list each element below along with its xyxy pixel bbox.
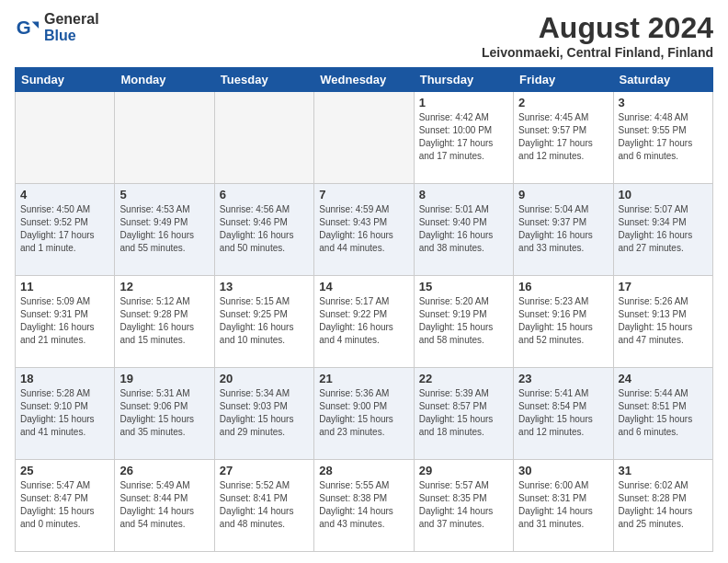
day-info: Sunrise: 4:42 AM Sunset: 10:00 PM Daylig…: [419, 111, 508, 163]
day-info: Sunrise: 5:47 AM Sunset: 8:47 PM Dayligh…: [20, 479, 109, 531]
subtitle: Leivonmaeki, Central Finland, Finland: [482, 45, 713, 60]
day-number: 2: [518, 96, 608, 109]
day-info: Sunrise: 5:15 AM Sunset: 9:25 PM Dayligh…: [220, 295, 309, 347]
calendar-cell: 30Sunrise: 6:00 AM Sunset: 8:31 PM Dayli…: [514, 460, 613, 552]
day-info: Sunrise: 5:20 AM Sunset: 9:19 PM Dayligh…: [419, 295, 508, 347]
day-info: Sunrise: 5:07 AM Sunset: 9:34 PM Dayligh…: [619, 203, 708, 255]
day-info: Sunrise: 5:36 AM Sunset: 9:00 PM Dayligh…: [319, 387, 408, 439]
calendar-table: Sunday Monday Tuesday Wednesday Thursday…: [15, 67, 713, 552]
col-tuesday: Tuesday: [214, 68, 313, 92]
logo: G General Blue: [15, 11, 99, 43]
day-info: Sunrise: 6:00 AM Sunset: 8:31 PM Dayligh…: [518, 479, 608, 531]
day-number: 26: [119, 464, 209, 477]
logo-general-text: General: [44, 11, 99, 28]
day-number: 18: [20, 372, 109, 385]
day-info: Sunrise: 5:34 AM Sunset: 9:03 PM Dayligh…: [220, 387, 309, 439]
calendar-cell: 19Sunrise: 5:31 AM Sunset: 9:06 PM Dayli…: [115, 368, 214, 460]
calendar-header-row: Sunday Monday Tuesday Wednesday Thursday…: [16, 68, 713, 92]
logo-blue-text: Blue: [44, 28, 99, 44]
day-number: 23: [518, 372, 608, 385]
day-info: Sunrise: 4:45 AM Sunset: 9:57 PM Dayligh…: [518, 111, 608, 163]
day-number: 31: [619, 464, 708, 477]
calendar-cell: 26Sunrise: 5:49 AM Sunset: 8:44 PM Dayli…: [115, 460, 214, 552]
day-info: Sunrise: 5:55 AM Sunset: 8:38 PM Dayligh…: [319, 479, 408, 531]
day-number: 19: [119, 372, 209, 385]
day-info: Sunrise: 5:23 AM Sunset: 9:16 PM Dayligh…: [518, 295, 608, 347]
calendar-row: 25Sunrise: 5:47 AM Sunset: 8:47 PM Dayli…: [16, 460, 713, 552]
day-number: 16: [518, 280, 608, 293]
day-number: 5: [119, 188, 209, 201]
calendar-cell: 15Sunrise: 5:20 AM Sunset: 9:19 PM Dayli…: [414, 276, 513, 368]
day-info: Sunrise: 4:48 AM Sunset: 9:55 PM Dayligh…: [619, 111, 708, 163]
day-info: Sunrise: 4:56 AM Sunset: 9:46 PM Dayligh…: [220, 203, 309, 255]
calendar-cell: 25Sunrise: 5:47 AM Sunset: 8:47 PM Dayli…: [16, 460, 115, 552]
calendar-cell: 9Sunrise: 5:04 AM Sunset: 9:37 PM Daylig…: [514, 184, 613, 276]
day-info: Sunrise: 5:28 AM Sunset: 9:10 PM Dayligh…: [20, 387, 109, 439]
logo-icon: G: [15, 15, 40, 40]
calendar-cell: 31Sunrise: 6:02 AM Sunset: 8:28 PM Dayli…: [613, 460, 712, 552]
day-info: Sunrise: 5:52 AM Sunset: 8:41 PM Dayligh…: [220, 479, 309, 531]
calendar-cell: 27Sunrise: 5:52 AM Sunset: 8:41 PM Dayli…: [214, 460, 313, 552]
calendar-cell: [16, 92, 115, 184]
day-number: 13: [220, 280, 309, 293]
day-info: Sunrise: 5:04 AM Sunset: 9:37 PM Dayligh…: [518, 203, 608, 255]
calendar-cell: 13Sunrise: 5:15 AM Sunset: 9:25 PM Dayli…: [214, 276, 313, 368]
day-info: Sunrise: 6:02 AM Sunset: 8:28 PM Dayligh…: [619, 479, 708, 531]
calendar-cell: 21Sunrise: 5:36 AM Sunset: 9:00 PM Dayli…: [314, 368, 414, 460]
day-number: 24: [619, 372, 708, 385]
day-number: 7: [319, 188, 408, 201]
calendar-cell: 3Sunrise: 4:48 AM Sunset: 9:55 PM Daylig…: [613, 92, 712, 184]
calendar-cell: 24Sunrise: 5:44 AM Sunset: 8:51 PM Dayli…: [613, 368, 712, 460]
calendar-cell: [115, 92, 214, 184]
day-info: Sunrise: 5:57 AM Sunset: 8:35 PM Dayligh…: [419, 479, 508, 531]
calendar-cell: 14Sunrise: 5:17 AM Sunset: 9:22 PM Dayli…: [314, 276, 414, 368]
calendar-row: 18Sunrise: 5:28 AM Sunset: 9:10 PM Dayli…: [16, 368, 713, 460]
calendar-cell: 17Sunrise: 5:26 AM Sunset: 9:13 PM Dayli…: [613, 276, 712, 368]
day-info: Sunrise: 4:53 AM Sunset: 9:49 PM Dayligh…: [119, 203, 209, 255]
calendar-cell: 28Sunrise: 5:55 AM Sunset: 8:38 PM Dayli…: [314, 460, 414, 552]
day-number: 30: [518, 464, 608, 477]
day-number: 6: [220, 188, 309, 201]
day-number: 20: [220, 372, 309, 385]
day-info: Sunrise: 5:39 AM Sunset: 8:57 PM Dayligh…: [419, 387, 508, 439]
day-number: 25: [20, 464, 109, 477]
day-info: Sunrise: 4:59 AM Sunset: 9:43 PM Dayligh…: [319, 203, 408, 255]
day-info: Sunrise: 5:26 AM Sunset: 9:13 PM Dayligh…: [619, 295, 708, 347]
calendar-cell: 16Sunrise: 5:23 AM Sunset: 9:16 PM Dayli…: [514, 276, 613, 368]
calendar-cell: 5Sunrise: 4:53 AM Sunset: 9:49 PM Daylig…: [115, 184, 214, 276]
day-number: 10: [619, 188, 708, 201]
day-number: 11: [20, 280, 109, 293]
day-number: 3: [619, 96, 708, 109]
day-number: 22: [419, 372, 508, 385]
calendar-cell: 23Sunrise: 5:41 AM Sunset: 8:54 PM Dayli…: [514, 368, 613, 460]
day-info: Sunrise: 5:41 AM Sunset: 8:54 PM Dayligh…: [518, 387, 608, 439]
calendar-cell: 7Sunrise: 4:59 AM Sunset: 9:43 PM Daylig…: [314, 184, 414, 276]
col-thursday: Thursday: [414, 68, 513, 92]
day-number: 4: [20, 188, 109, 201]
day-info: Sunrise: 4:50 AM Sunset: 9:52 PM Dayligh…: [20, 203, 109, 255]
col-monday: Monday: [115, 68, 214, 92]
calendar-cell: 4Sunrise: 4:50 AM Sunset: 9:52 PM Daylig…: [16, 184, 115, 276]
day-number: 15: [419, 280, 508, 293]
day-info: Sunrise: 5:09 AM Sunset: 9:31 PM Dayligh…: [20, 295, 109, 347]
calendar-cell: 12Sunrise: 5:12 AM Sunset: 9:28 PM Dayli…: [115, 276, 214, 368]
calendar-cell: 11Sunrise: 5:09 AM Sunset: 9:31 PM Dayli…: [16, 276, 115, 368]
day-number: 1: [419, 96, 508, 109]
day-number: 14: [319, 280, 408, 293]
day-number: 8: [419, 188, 508, 201]
day-info: Sunrise: 5:01 AM Sunset: 9:40 PM Dayligh…: [419, 203, 508, 255]
day-number: 12: [119, 280, 209, 293]
col-saturday: Saturday: [613, 68, 712, 92]
svg-text:G: G: [17, 16, 31, 37]
calendar-cell: 10Sunrise: 5:07 AM Sunset: 9:34 PM Dayli…: [613, 184, 712, 276]
calendar-cell: 29Sunrise: 5:57 AM Sunset: 8:35 PM Dayli…: [414, 460, 513, 552]
calendar-cell: 22Sunrise: 5:39 AM Sunset: 8:57 PM Dayli…: [414, 368, 513, 460]
day-number: 27: [220, 464, 309, 477]
day-info: Sunrise: 5:17 AM Sunset: 9:22 PM Dayligh…: [319, 295, 408, 347]
day-info: Sunrise: 5:49 AM Sunset: 8:44 PM Dayligh…: [119, 479, 209, 531]
day-info: Sunrise: 5:31 AM Sunset: 9:06 PM Dayligh…: [119, 387, 209, 439]
day-info: Sunrise: 5:12 AM Sunset: 9:28 PM Dayligh…: [119, 295, 209, 347]
page-header: G General Blue August 2024 Leivonmaeki, …: [15, 11, 713, 60]
main-title: August 2024: [482, 11, 713, 45]
calendar-cell: [214, 92, 313, 184]
